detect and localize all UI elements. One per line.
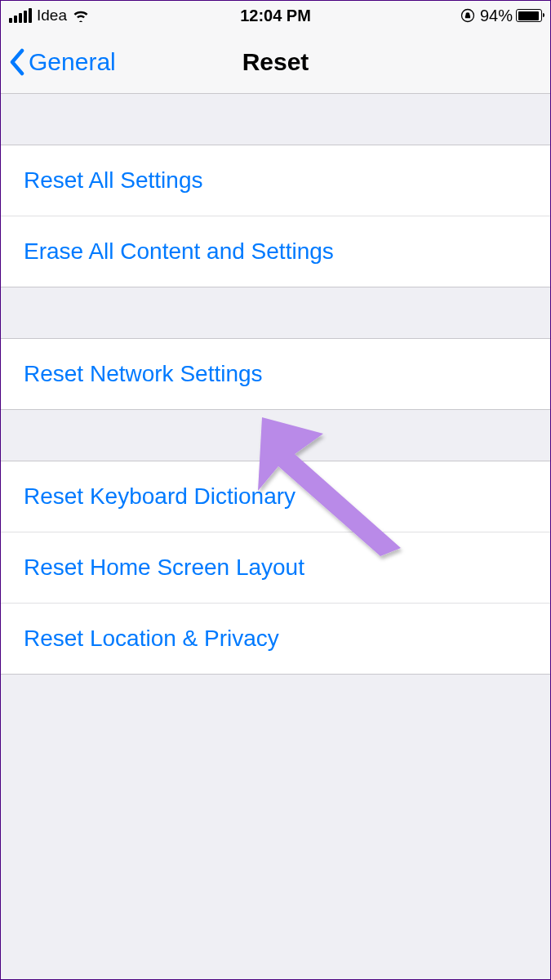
reset-group-3: Reset Keyboard Dictionary Reset Home Scr… bbox=[1, 461, 550, 675]
reset-location-privacy-button[interactable]: Reset Location & Privacy bbox=[1, 604, 550, 674]
signal-bars-icon bbox=[9, 8, 32, 23]
battery-icon bbox=[516, 9, 542, 22]
chevron-left-icon bbox=[9, 48, 25, 76]
reset-home-screen-layout-button[interactable]: Reset Home Screen Layout bbox=[1, 532, 550, 604]
section-gap bbox=[1, 94, 550, 145]
reset-group-2: Reset Network Settings bbox=[1, 338, 550, 410]
carrier-label: Idea bbox=[37, 7, 67, 24]
reset-all-settings-button[interactable]: Reset All Settings bbox=[1, 145, 550, 216]
section-gap bbox=[1, 410, 550, 461]
status-right: 94% bbox=[460, 7, 542, 25]
battery-percent: 94% bbox=[480, 7, 513, 25]
rotation-lock-icon bbox=[460, 8, 475, 23]
page-title: Reset bbox=[242, 48, 309, 76]
reset-network-settings-button[interactable]: Reset Network Settings bbox=[1, 339, 550, 409]
status-time: 12:04 PM bbox=[240, 7, 311, 25]
battery-indicator: 94% bbox=[480, 7, 542, 25]
status-bar: Idea 12:04 PM 94% bbox=[1, 1, 550, 30]
reset-group-1: Reset All Settings Erase All Content and… bbox=[1, 145, 550, 287]
erase-all-content-button[interactable]: Erase All Content and Settings bbox=[1, 216, 550, 287]
wifi-icon bbox=[72, 9, 90, 22]
navigation-bar: General Reset bbox=[1, 30, 550, 94]
back-button[interactable]: General bbox=[9, 48, 116, 76]
back-label: General bbox=[29, 48, 116, 76]
status-left: Idea bbox=[9, 7, 90, 24]
section-gap bbox=[1, 287, 550, 338]
reset-keyboard-dictionary-button[interactable]: Reset Keyboard Dictionary bbox=[1, 461, 550, 532]
